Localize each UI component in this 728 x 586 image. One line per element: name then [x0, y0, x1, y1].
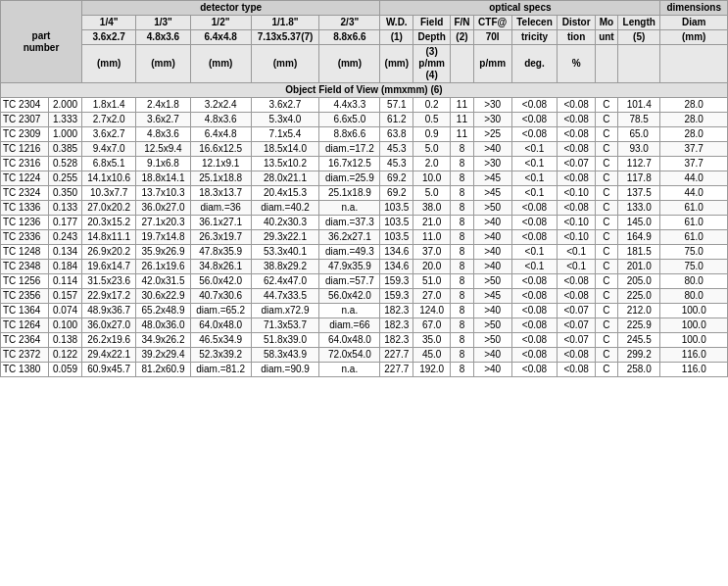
- field-14: 9.4x7.0: [81, 142, 135, 157]
- length: 181.5: [618, 245, 660, 260]
- distortion: <0.08: [511, 98, 558, 113]
- diameter: 28.0: [660, 98, 728, 113]
- field-14: 14.1x10.6: [81, 171, 135, 186]
- field-118: 44.7x33.5: [251, 289, 319, 304]
- field-23: 64.0x48.0: [319, 333, 380, 348]
- mo-value: <0.10: [558, 216, 595, 230]
- field-14: 10.3x7.7: [81, 186, 135, 201]
- size-23-header: 2/3": [319, 16, 380, 30]
- field-118: 40.2x30.3: [251, 216, 319, 230]
- mm118-unit: (mm): [251, 45, 319, 83]
- mm13-unit: (mm): [136, 45, 190, 83]
- wdmm-unit: (mm): [380, 45, 413, 83]
- mount-type: C: [595, 201, 617, 216]
- field-14: 26.2x19.6: [81, 333, 135, 348]
- main-table: partnumber detector type optical specs d…: [0, 0, 728, 377]
- field-12: 3.2x2.4: [190, 98, 251, 113]
- mount-type: C: [595, 113, 617, 127]
- distortion: <0.08: [511, 216, 558, 230]
- length: 117.8: [618, 171, 660, 186]
- mount-type: C: [595, 230, 617, 245]
- mm12-unit: (mm): [190, 45, 251, 83]
- f-number: 8: [451, 363, 474, 377]
- field-13: 2.4x1.8: [136, 98, 190, 113]
- mo-value: <0.08: [558, 348, 595, 363]
- field-118: 51.8x39.0: [251, 333, 319, 348]
- length: 212.0: [618, 304, 660, 318]
- diameter: 116.0: [660, 363, 728, 377]
- ctf-value: >40: [473, 304, 511, 318]
- field-118: 5.3x4.0: [251, 113, 319, 127]
- dimensions-header: dimensions: [660, 1, 728, 16]
- ctf-value: >40: [473, 216, 511, 230]
- magnification: 0.074: [49, 304, 82, 318]
- distortion: <0.1: [511, 186, 558, 201]
- part-number: TC 1256: [1, 274, 49, 289]
- field-14: 19.6x14.7: [81, 260, 135, 274]
- field-depth: 37.0: [413, 245, 451, 260]
- field-depth: 10.0: [413, 171, 451, 186]
- length: 78.5: [618, 113, 660, 127]
- ctf-unit: p/mm: [473, 45, 511, 83]
- mount-type: C: [595, 318, 617, 333]
- part-number: TC 2356: [1, 289, 49, 304]
- part-number: TC 2348: [1, 260, 49, 274]
- field-13: 35.9x26.9: [136, 245, 190, 260]
- mm23-header: 8.8x6.6: [319, 30, 380, 45]
- field-12: 34.8x26.1: [190, 260, 251, 274]
- ctf-header: CTF@: [473, 16, 511, 30]
- length: 137.5: [618, 186, 660, 201]
- mount-type: C: [595, 260, 617, 274]
- field-14: 48.9x36.7: [81, 304, 135, 318]
- magnification: 1.333: [49, 113, 82, 127]
- distortion: <0.08: [511, 201, 558, 216]
- diameter: 28.0: [660, 127, 728, 142]
- part-number: TC 2304: [1, 98, 49, 113]
- ctf-value: >50: [473, 201, 511, 216]
- wd1-header: (1): [380, 30, 413, 45]
- table-row: TC 12480.13426.9x20.235.9x26.947.8x35.95…: [1, 245, 728, 260]
- part-number: TC 1236: [1, 216, 49, 230]
- field-14: 2.7x2.0: [81, 113, 135, 127]
- mm12-header: 6.4x4.8: [190, 30, 251, 45]
- f-number: 11: [451, 98, 474, 113]
- ctf-value: >40: [473, 363, 511, 377]
- size-14-header: 1/4": [81, 16, 135, 30]
- field-depth: 0.5: [413, 113, 451, 127]
- field-118: 13.5x10.2: [251, 157, 319, 171]
- length: 245.5: [618, 333, 660, 348]
- field-13: 36.0x27.0: [136, 201, 190, 216]
- field-23: n.a.: [319, 304, 380, 318]
- field-depth: 21.0: [413, 216, 451, 230]
- field-23: 56.0x42.0: [319, 289, 380, 304]
- table-row: TC 23091.0003.6x2.74.8x3.66.4x4.87.1x5.4…: [1, 127, 728, 142]
- part-number: TC 2324: [1, 186, 49, 201]
- ctf-value: >40: [473, 260, 511, 274]
- magnification: 0.177: [49, 216, 82, 230]
- part-number: TC 2309: [1, 127, 49, 142]
- distortion: <0.1: [511, 245, 558, 260]
- distor-header: Distor: [558, 16, 595, 30]
- f-number: 8: [451, 157, 474, 171]
- field-12: 16.6x12.5: [190, 142, 251, 157]
- working-distance: 182.3: [380, 333, 413, 348]
- field-118: 38.8x29.2: [251, 260, 319, 274]
- field-13: 27.1x20.3: [136, 216, 190, 230]
- distortion: <0.08: [511, 363, 558, 377]
- working-distance: 45.3: [380, 157, 413, 171]
- field-depth: 5.0: [413, 142, 451, 157]
- magnification: 0.138: [49, 333, 82, 348]
- field-23: n.a.: [319, 201, 380, 216]
- table-row: TC 23160.5286.8x5.19.1x6.812.1x9.113.5x1…: [1, 157, 728, 171]
- ctf-value: >40: [473, 230, 511, 245]
- working-distance: 61.2: [380, 113, 413, 127]
- mount-type: C: [595, 98, 617, 113]
- diameter: 61.0: [660, 201, 728, 216]
- field-depth: 0.2: [413, 98, 451, 113]
- field-12: diam.=36: [190, 201, 251, 216]
- mo-value: <0.07: [558, 157, 595, 171]
- mount-type: C: [595, 274, 617, 289]
- field-23: 4.4x3.3: [319, 98, 380, 113]
- magnification: 0.385: [49, 142, 82, 157]
- mo-value: <0.1: [558, 260, 595, 274]
